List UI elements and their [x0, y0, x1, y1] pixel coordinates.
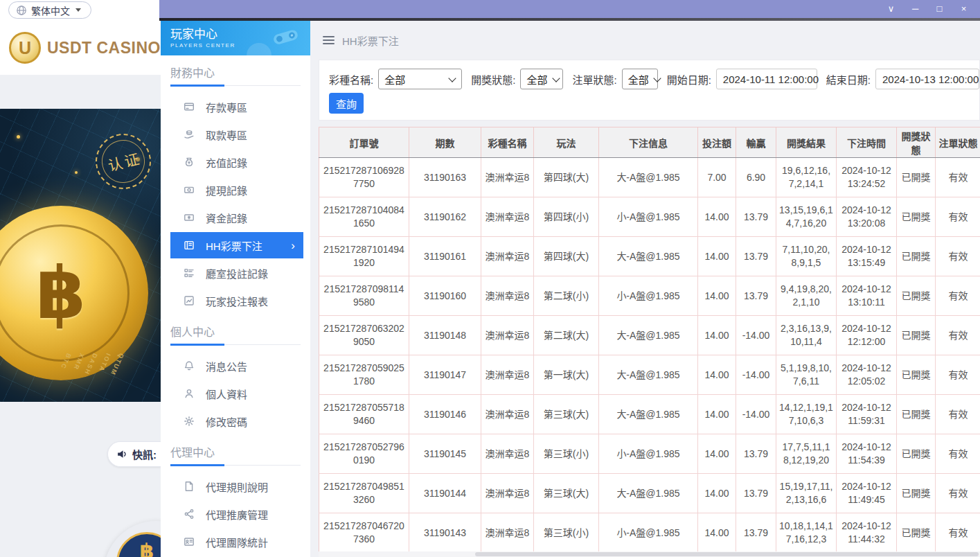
- id-card-icon: [184, 536, 195, 547]
- table-cell: 有效: [936, 395, 980, 434]
- table-cell: 已開獎: [897, 158, 936, 197]
- sidebar-item-withdraw-area[interactable]: 取款專區: [170, 121, 303, 148]
- table-cell: 第三球(小): [534, 513, 599, 553]
- section-underline: [170, 465, 301, 466]
- table-cell: 31190161: [409, 237, 481, 276]
- sidebar-section: 財務中心存款專區取款專區充值記錄提現記錄資金記錄HH彩票下注›廳室投註記錄玩家投…: [161, 64, 310, 315]
- section-title: 個人中心: [170, 323, 301, 339]
- table-cell: 31190160: [409, 276, 481, 316]
- language-selector[interactable]: 繁体中文: [8, 1, 91, 19]
- sidebar-item-agent-promotion[interactable]: 代理推廣管理: [170, 500, 303, 528]
- table-cell: 13.79: [736, 513, 776, 553]
- close-button[interactable]: ×: [952, 0, 976, 18]
- table-row: 215217287046720736031190143澳洲幸运8第三球(小)小-…: [319, 513, 980, 553]
- start-date-value: 2024-10-11 12:00:00: [723, 73, 819, 85]
- sidebar-item-agent-team-stats[interactable]: 代理團隊統計: [170, 528, 303, 556]
- table-cell: 31190148: [409, 316, 481, 355]
- sidebar-item-label: 玩家投注報表: [206, 294, 268, 308]
- table-cell: 13.79: [736, 197, 776, 237]
- news-ticker-button[interactable]: 快訊:: [107, 441, 161, 467]
- sidebar-item-deposit-area[interactable]: 存款專區: [170, 93, 303, 121]
- sidebar-item-player-bet-report[interactable]: 玩家投注報表: [170, 287, 303, 315]
- table-cell: 澳洲幸运8: [481, 316, 534, 355]
- table-cell: 31190145: [409, 434, 481, 474]
- section-underline: [170, 344, 301, 345]
- news-ticker-label: 快訊:: [132, 447, 157, 461]
- table-cell: 14.00: [698, 316, 736, 355]
- sidebar-item-recharge-records[interactable]: 充值記錄: [170, 148, 303, 176]
- table-cell: 大-A盤@1.985: [599, 474, 698, 513]
- minimize-button[interactable]: ─: [903, 0, 927, 18]
- table-cell: 14.00: [698, 434, 736, 474]
- table-cell: 有效: [936, 355, 980, 395]
- table-cell: 已開獎: [897, 395, 936, 434]
- table-cell: 31190163: [409, 158, 481, 197]
- horizontal-scrollbar[interactable]: [319, 551, 980, 557]
- chevron-down-button[interactable]: ∨: [879, 0, 903, 18]
- brand-coin-icon: U: [9, 32, 41, 64]
- table-cell: 有效: [936, 197, 980, 237]
- column-header: 輸贏: [736, 127, 776, 158]
- column-header: 彩種名稱: [481, 127, 534, 158]
- table-cell: 已開獎: [897, 237, 936, 276]
- table-cell: 小-A盤@1.985: [599, 197, 698, 237]
- table-cell: 15,19,17,11,2,13,16,6: [776, 474, 837, 513]
- sidebar-item-label: 個人資料: [206, 387, 247, 401]
- scrollbar-thumb[interactable]: [475, 552, 979, 556]
- sidebar-item-agent-rules[interactable]: 代理規則說明: [170, 472, 303, 500]
- lottery-name-select[interactable]: 全部: [378, 69, 462, 89]
- draw-status-select[interactable]: 全部: [520, 69, 563, 89]
- chevron-down-icon: [449, 74, 456, 82]
- end-date-input[interactable]: 2024-10-13 12:00:00: [875, 69, 979, 89]
- order-status-value: 全部: [628, 72, 649, 87]
- section-title: 財務中心: [170, 64, 301, 80]
- sidebar-item-funds-records[interactable]: 資金記錄: [170, 204, 303, 231]
- sidebar-item-news-announcements[interactable]: 消息公告: [170, 352, 303, 380]
- speaker-icon: [116, 448, 128, 460]
- table-cell: 7,11,10,20,8,9,1,5: [776, 237, 837, 276]
- sidebar-item-personal-profile[interactable]: 個人資料: [170, 380, 303, 407]
- table-cell: -14.00: [736, 355, 776, 395]
- table-header-row: 訂單號期數彩種名稱玩法下注信息投注額輸贏開獎結果下注時間開獎狀態注單狀態: [319, 127, 980, 158]
- table-cell: 2152172870590251780: [319, 355, 409, 395]
- table-cell: 第三球(大): [534, 395, 599, 434]
- table-cell: 2152172871014941920: [319, 237, 409, 276]
- table-cell: 已開獎: [897, 276, 936, 316]
- sidebar-header: 玩家中心 PLAYERS CENTER: [161, 21, 310, 55]
- sidebar-item-label: 代理規則說明: [206, 479, 268, 494]
- table-cell: 17,7,5,11,18,12,19,20: [776, 434, 837, 474]
- draw-status-value: 全部: [526, 72, 547, 87]
- table-cell: 澳洲幸运8: [481, 355, 534, 395]
- table-cell: 31190147: [409, 355, 481, 395]
- table-cell: 14.00: [698, 197, 736, 237]
- table-cell: 6.90: [736, 158, 776, 197]
- sidebar-item-hh-lottery-bets[interactable]: HH彩票下注›: [170, 232, 303, 258]
- menu-toggle-icon[interactable]: [323, 36, 335, 44]
- table-cell: 已開獎: [897, 434, 936, 474]
- table-cell: 大-A盤@1.985: [599, 237, 698, 276]
- table-cell: 2152172870981149580: [319, 276, 409, 316]
- brand-name: USDT CASINO: [47, 39, 161, 58]
- sidebar-item-withdrawal-records[interactable]: 提現記錄: [170, 176, 303, 204]
- table-row: 215217287106928775031190163澳洲幸运8第四球(大)大-…: [319, 158, 980, 197]
- table-cell: 13.79: [736, 434, 776, 474]
- sidebar-section: 個人中心消息公告個人資料修改密碼: [161, 323, 310, 435]
- table-cell: 大-A盤@1.985: [599, 158, 698, 197]
- sidebar-item-change-password[interactable]: 修改密碼: [170, 407, 303, 435]
- table-cell: 澳洲幸运8: [481, 276, 534, 316]
- table-row: 215217287059025178031190147澳洲幸运8第一球(大)大-…: [319, 355, 980, 395]
- start-date-input[interactable]: 2024-10-11 12:00:00: [716, 69, 817, 89]
- globe-icon: [16, 5, 27, 16]
- banknote-icon: [184, 212, 195, 223]
- sidebar-sections: 財務中心存款專區取款專區充值記錄提現記錄資金記錄HH彩票下注›廳室投註記錄玩家投…: [161, 64, 310, 556]
- search-button[interactable]: 查詢: [329, 93, 364, 114]
- sidebar-item-label: HH彩票下注: [206, 238, 262, 253]
- maximize-button[interactable]: □: [927, 0, 952, 18]
- order-status-select[interactable]: 全部: [622, 69, 658, 89]
- table-cell: 2024-10-12 13:10:11: [837, 276, 897, 316]
- sidebar-item-room-bet-records[interactable]: 廳室投註記錄: [170, 259, 303, 287]
- table-cell: 2152172871069287750: [319, 158, 409, 197]
- moneybag-icon: [184, 157, 195, 168]
- chevron-down-icon: [653, 74, 661, 82]
- table-cell: 2024-10-12 11:44:32: [837, 513, 897, 553]
